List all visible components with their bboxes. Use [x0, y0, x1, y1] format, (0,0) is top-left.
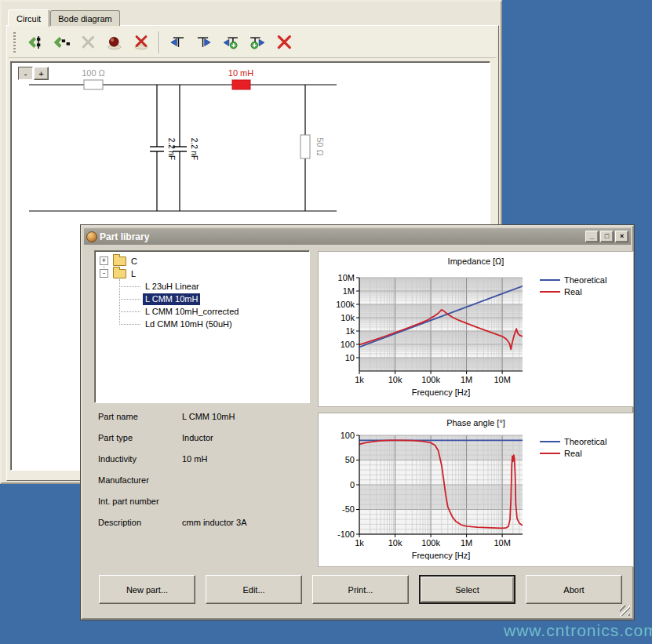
svg-text:Frequency [Hz]: Frequency [Hz]: [412, 387, 471, 397]
tab-bar: Circuit Bode diagram: [8, 6, 121, 25]
phase-chart: -100-500501001k10k100k1M10MPhase angle […: [319, 413, 633, 566]
svg-text:100k: 100k: [336, 300, 355, 309]
capacitor2-label: 2.2 nF: [190, 138, 199, 160]
svg-text:10M: 10M: [338, 273, 355, 282]
minimize-button[interactable]: _: [585, 231, 599, 242]
tree-connector: [119, 286, 140, 287]
capacitor1-label: 2.2 nF: [167, 138, 176, 160]
detail-label: Int. part number: [98, 497, 159, 506]
tab-bode-diagram[interactable]: Bode diagram: [50, 10, 120, 26]
detail-value: Inductor: [182, 433, 213, 442]
inductor-label: 10 mH: [228, 68, 253, 78]
load-resistor-component[interactable]: 50 Ω: [301, 135, 325, 158]
part-library-dialog: Part library _ □ × + C - L L 23uH Linear…: [81, 225, 634, 620]
series-resistor-component[interactable]: 100 Ω: [82, 68, 105, 89]
insert-parallel-part-icon: [53, 32, 70, 53]
node-left-icon: [169, 32, 186, 53]
svg-text:Real: Real: [564, 449, 582, 458]
inductor-component-selected[interactable]: 10 mH: [228, 68, 253, 89]
node-left-button[interactable]: [164, 31, 191, 54]
svg-text:Impedance [Ω]: Impedance [Ω]: [448, 257, 504, 266]
node-right-button[interactable]: [191, 31, 217, 54]
svg-text:50: 50: [345, 455, 355, 464]
capacitor1-component[interactable]: 2.2 nF: [150, 138, 176, 160]
tree-folder-l[interactable]: - L: [100, 267, 136, 279]
tree-item-l-cmm-10mh-selected[interactable]: L CMM 10mH: [143, 293, 200, 305]
folder-icon: [113, 257, 126, 266]
delete-node-icon: [275, 32, 293, 53]
abort-button[interactable]: Abort: [526, 575, 622, 604]
delete-part-disabled-icon: [79, 32, 97, 53]
svg-text:Frequency [Hz]: Frequency [Hz]: [412, 551, 471, 560]
svg-text:1k: 1k: [345, 326, 355, 336]
edit-button[interactable]: Edit...: [206, 575, 302, 604]
toolbar-grip[interactable]: [13, 32, 16, 53]
delete-node-button[interactable]: [271, 31, 297, 54]
resize-grip[interactable]: [620, 606, 630, 616]
detail-label: Inductivity: [98, 454, 137, 464]
part-tree[interactable]: + C - L L 23uH Linear L CMM 10mH L CMM 1…: [94, 250, 310, 403]
add-node-left-button[interactable]: [217, 31, 244, 54]
phase-chart-panel: -100-500501001k10k100k1M10MPhase angle […: [318, 413, 634, 567]
svg-text:1M: 1M: [461, 538, 472, 548]
svg-text:100k: 100k: [421, 538, 440, 548]
impedance-chart-panel: 101001k10k100k1M10M1k10k100k1M10MImpedan…: [318, 251, 634, 407]
detail-label: Part type: [98, 433, 133, 442]
tree-item-l-23uh-linear[interactable]: L 23uH Linear: [143, 281, 202, 293]
select-button[interactable]: Select: [419, 575, 515, 604]
svg-text:1k: 1k: [355, 538, 364, 548]
close-button[interactable]: ×: [615, 231, 628, 242]
tree-connector: [119, 299, 140, 300]
tree-item-l-cmm-10mh-corrected[interactable]: L CMM 10mH_corrected: [143, 306, 241, 318]
svg-text:100: 100: [341, 431, 355, 440]
add-node-left-icon: [222, 32, 239, 53]
remove-part-icon: [133, 32, 150, 53]
tree-connector: [119, 324, 140, 325]
maximize-button[interactable]: □: [600, 231, 614, 242]
tree-folder-c[interactable]: + C: [100, 255, 137, 267]
simulate-sphere-icon: [106, 32, 123, 53]
detail-label: Description: [98, 518, 141, 527]
detail-value: L CMM 10mH: [182, 412, 235, 421]
detail-value: 10 mH: [182, 454, 207, 464]
insert-parallel-part-button[interactable]: [48, 31, 75, 54]
svg-text:10: 10: [345, 353, 355, 362]
simulate-button[interactable]: [101, 31, 128, 54]
tree-connector: [119, 311, 140, 312]
svg-text:Theoretical: Theoretical: [564, 275, 606, 285]
collapse-icon[interactable]: -: [100, 269, 108, 278]
tree-item-ld-cmm-10mh[interactable]: Ld CMM 10mH (50uH): [143, 318, 235, 330]
svg-text:0: 0: [350, 480, 355, 489]
remove-part-button[interactable]: [128, 31, 155, 54]
print-button[interactable]: Print...: [312, 575, 409, 604]
svg-text:Phase angle [°]: Phase angle [°]: [446, 418, 505, 428]
dialog-titlebar[interactable]: Part library _ □ ×: [84, 228, 631, 245]
insert-series-part-icon: [26, 32, 43, 53]
tab-circuit[interactable]: Circuit: [8, 9, 49, 27]
insert-series-part-button[interactable]: [21, 31, 48, 54]
toolbar: [9, 27, 497, 58]
detail-label: Manufacturer: [98, 475, 149, 485]
folder-label: L: [131, 269, 136, 278]
load-resistor-label: 50 Ω: [315, 137, 325, 156]
dialog-title: Part library: [100, 231, 584, 242]
svg-text:1k: 1k: [355, 375, 364, 384]
desktop: { "desktop": { "watermark": "www.cntroni…: [0, 0, 652, 644]
svg-text:Theoretical: Theoretical: [564, 437, 606, 446]
add-node-right-button[interactable]: [244, 31, 271, 54]
new-part-button[interactable]: New part...: [99, 575, 195, 604]
svg-text:10M: 10M: [494, 538, 510, 548]
delete-part-button-disabled[interactable]: [75, 31, 101, 54]
svg-text:10M: 10M: [494, 375, 510, 384]
impedance-chart: 101001k10k100k1M10M1k10k100k1M10MImpedan…: [319, 252, 633, 406]
svg-text:1M: 1M: [461, 375, 472, 384]
toolbar-separator: [158, 31, 160, 53]
svg-text:Real: Real: [564, 287, 582, 297]
detail-value: cmm inductor 3A: [182, 518, 247, 527]
zoom-in-button[interactable]: +: [34, 67, 49, 80]
svg-text:100k: 100k: [421, 375, 440, 384]
expand-icon[interactable]: +: [100, 257, 108, 265]
svg-text:1M: 1M: [343, 286, 355, 296]
svg-text:10k: 10k: [388, 375, 402, 384]
zoom-out-button[interactable]: -: [18, 67, 33, 80]
